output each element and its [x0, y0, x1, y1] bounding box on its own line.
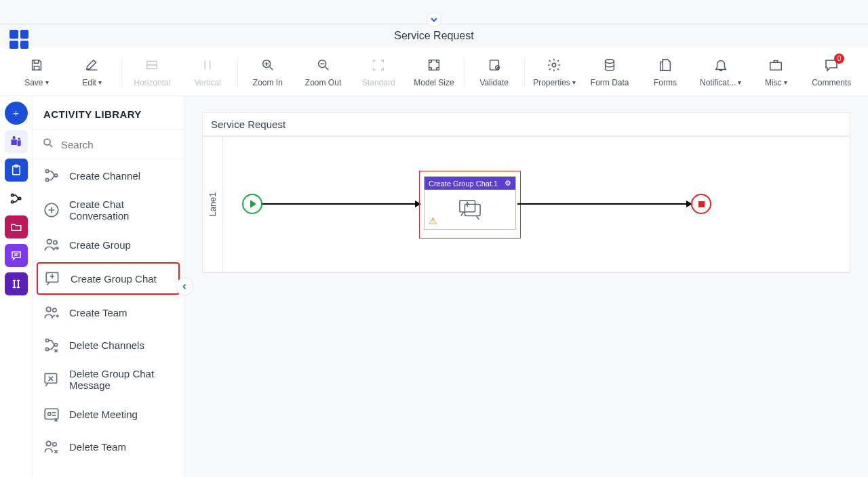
- folder-icon[interactable]: [5, 215, 28, 239]
- svg-point-17: [12, 136, 15, 139]
- title-bar: Service Request: [0, 24, 868, 47]
- activity-body: ⚠: [425, 190, 515, 229]
- edit-button[interactable]: Edit▾: [66, 51, 118, 93]
- activity-item-label: Delete Channels: [69, 339, 144, 351]
- svg-point-61: [46, 441, 51, 446]
- gear-icon: [545, 56, 563, 74]
- toolbar: Save▾ Edit▾ Horizontal Vertical Zoom In …: [0, 47, 868, 96]
- end-node[interactable]: [691, 194, 711, 214]
- activity-item[interactable]: Delete Group Chat Message: [33, 361, 184, 398]
- nodes-icon[interactable]: [5, 187, 28, 210]
- start-node[interactable]: [242, 194, 262, 214]
- lane: Lane1 Create Group Chat.1 ⚙ ⚠: [203, 137, 850, 272]
- svg-point-49: [45, 339, 48, 341]
- horizontal-icon: [143, 56, 161, 74]
- clipboard-icon[interactable]: [5, 159, 28, 182]
- zoom-in-button[interactable]: Zoom In: [242, 51, 294, 93]
- add-icon[interactable]: ＋: [5, 102, 28, 125]
- vertical-button[interactable]: Vertical: [182, 51, 233, 93]
- bell-icon: [712, 56, 730, 74]
- save-icon: [28, 56, 45, 74]
- svg-rect-16: [11, 140, 16, 145]
- activity-item-label: Create Chat Conversation: [69, 199, 174, 222]
- svg-point-22: [11, 201, 13, 203]
- expand-arrow-down[interactable]: [427, 12, 441, 27]
- activity-item-label: Create Team: [69, 307, 127, 318]
- svg-point-45: [46, 307, 51, 312]
- comments-button[interactable]: 0 Comments: [806, 51, 857, 93]
- search-input[interactable]: [61, 139, 174, 150]
- activity-item-label: Create Group: [69, 239, 131, 251]
- properties-button[interactable]: Properties▾: [529, 51, 580, 93]
- activity-item-icon: [42, 166, 61, 185]
- collapse-sidebar-button[interactable]: [176, 278, 193, 295]
- activity-item[interactable]: Create Group Chat: [37, 262, 180, 295]
- activity-title: Create Group Chat.1: [429, 180, 498, 188]
- activity-node[interactable]: Create Group Chat.1 ⚙ ⚠: [424, 176, 516, 230]
- activity-item[interactable]: Create Chat Conversation: [33, 192, 184, 228]
- zoom-out-icon: [315, 56, 332, 74]
- chevron-down-icon: ▾: [738, 79, 741, 86]
- chevron-down-icon: ▾: [572, 79, 576, 86]
- save-button[interactable]: Save▾: [11, 51, 62, 93]
- app-logo-icon: [9, 30, 28, 49]
- activity-item-icon: [43, 269, 62, 288]
- svg-point-62: [53, 442, 56, 446]
- standard-button[interactable]: Standard: [353, 51, 404, 93]
- activity-item-icon: [42, 235, 61, 254]
- top-bar: [0, 0, 868, 24]
- activity-item-label: Create Channel: [69, 170, 140, 182]
- svg-point-46: [53, 308, 56, 312]
- activity-item[interactable]: Create Group: [33, 228, 184, 261]
- svg-point-14: [553, 63, 557, 67]
- canvas-title: Service Request: [203, 113, 850, 137]
- notifications-button[interactable]: Notificat...▾: [695, 51, 747, 93]
- misc-button[interactable]: Misc▾: [751, 51, 802, 93]
- activity-item[interactable]: Delete Channels: [33, 329, 184, 361]
- svg-point-39: [54, 241, 57, 244]
- search-row: [33, 130, 184, 159]
- activity-item[interactable]: Delete Meeting: [33, 398, 184, 430]
- chevron-down-icon: ▾: [45, 79, 49, 86]
- activity-item-icon: [42, 303, 61, 322]
- zoom-in-icon: [259, 56, 277, 74]
- comments-badge: 0: [834, 54, 844, 64]
- forms-button[interactable]: Forms: [639, 51, 691, 93]
- activity-item[interactable]: Delete Team: [33, 430, 184, 463]
- edge-start-to-activity: [262, 203, 420, 205]
- chat-icon[interactable]: [5, 244, 28, 267]
- columns-icon[interactable]: [5, 272, 28, 295]
- left-icon-bar: ＋: [0, 96, 33, 477]
- svg-point-32: [44, 139, 50, 145]
- page-title: Service Request: [394, 30, 473, 42]
- svg-point-35: [45, 178, 48, 181]
- sidebar-title: ACTIVITY LIBRARY: [33, 96, 184, 130]
- activity-item[interactable]: Create Channel: [33, 159, 184, 192]
- activity-item-icon: [42, 335, 61, 354]
- model-size-icon: [425, 56, 443, 74]
- activity-item-icon: [42, 405, 61, 423]
- svg-point-21: [11, 194, 13, 196]
- horizontal-button[interactable]: Horizontal: [126, 51, 178, 93]
- edit-icon: [83, 56, 101, 74]
- zoom-out-button[interactable]: Zoom Out: [298, 51, 349, 93]
- activity-item[interactable]: Create Team: [33, 296, 184, 329]
- activity-item-icon: [42, 201, 61, 220]
- validate-button[interactable]: Validate: [469, 51, 520, 93]
- form-data-button[interactable]: Form Data: [584, 51, 635, 93]
- lane-body[interactable]: Create Group Chat.1 ⚙ ⚠: [223, 137, 850, 272]
- activity-gear-icon[interactable]: ⚙: [505, 179, 511, 188]
- validate-icon: [486, 56, 503, 74]
- activity-list: Create ChannelCreate Chat ConversationCr…: [33, 159, 184, 463]
- process-canvas[interactable]: Service Request Lane1 Create Group Chat.…: [202, 112, 850, 273]
- canvas-area: Service Request Lane1 Create Group Chat.…: [184, 96, 868, 477]
- model-size-button[interactable]: Model Size: [408, 51, 460, 93]
- comments-icon: 0: [823, 56, 840, 74]
- teams-icon[interactable]: [5, 130, 28, 153]
- svg-line-33: [50, 144, 52, 147]
- svg-point-50: [45, 348, 48, 350]
- svg-line-5: [270, 66, 273, 70]
- lane-label: Lane1: [203, 137, 223, 272]
- svg-point-15: [606, 59, 614, 63]
- database-icon: [601, 56, 618, 74]
